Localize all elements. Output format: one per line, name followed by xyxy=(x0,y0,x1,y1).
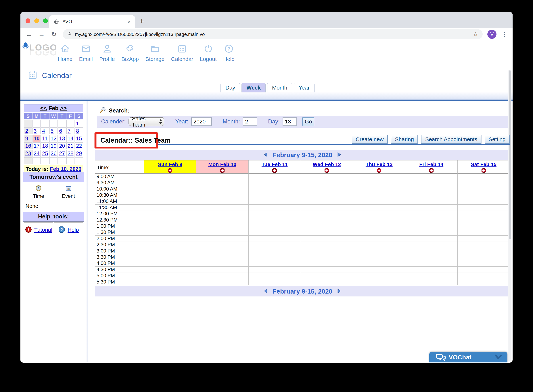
time-slot-cell[interactable] xyxy=(196,273,248,279)
tab-close-icon[interactable]: × xyxy=(127,19,131,25)
nav-item-logout[interactable]: Logout xyxy=(200,44,217,62)
add-appointment-icon[interactable] xyxy=(220,168,225,173)
time-slot-cell[interactable] xyxy=(144,173,196,180)
prev-month-link[interactable]: << xyxy=(40,105,47,111)
time-slot-cell[interactable] xyxy=(249,254,301,260)
date-link[interactable]: 16 xyxy=(25,143,31,149)
scrollbar-thumb[interactable] xyxy=(509,70,511,239)
time-slot-cell[interactable] xyxy=(353,236,405,242)
date-link[interactable]: 11 xyxy=(42,135,48,141)
time-slot-cell[interactable] xyxy=(353,266,405,273)
time-slot-cell[interactable] xyxy=(249,217,301,223)
setting-button[interactable]: Setting xyxy=(485,135,510,144)
time-slot-cell[interactable] xyxy=(353,223,405,229)
new-tab-button[interactable]: + xyxy=(139,17,144,25)
nav-item-profile[interactable]: Profile xyxy=(99,44,115,62)
time-slot-cell[interactable] xyxy=(301,180,353,186)
time-slot-cell[interactable] xyxy=(405,254,457,260)
time-slot-cell[interactable] xyxy=(405,186,457,192)
date-link[interactable]: 13 xyxy=(59,135,65,141)
date-link[interactable]: 5 xyxy=(51,128,53,134)
time-slot-cell[interactable] xyxy=(196,205,248,211)
time-slot-cell[interactable] xyxy=(458,223,510,229)
time-slot-cell[interactable] xyxy=(458,173,510,180)
add-appointment-icon[interactable] xyxy=(376,168,382,173)
time-slot-cell[interactable] xyxy=(249,192,301,198)
profile-avatar[interactable]: V xyxy=(487,30,496,39)
time-slot-cell[interactable] xyxy=(144,248,196,254)
time-slot-cell[interactable] xyxy=(405,279,457,285)
time-slot-cell[interactable] xyxy=(301,236,353,242)
date-link[interactable]: 9 xyxy=(25,135,28,141)
time-slot-cell[interactable] xyxy=(196,180,248,186)
bookmark-star-icon[interactable]: ☆ xyxy=(473,31,478,38)
time-slot-cell[interactable] xyxy=(405,266,457,273)
time-slot-cell[interactable] xyxy=(196,229,248,236)
date-link[interactable]: 26 xyxy=(51,150,56,156)
time-slot-cell[interactable] xyxy=(405,192,457,198)
time-slot-cell[interactable] xyxy=(353,192,405,198)
time-slot-cell[interactable] xyxy=(353,242,405,248)
time-slot-cell[interactable] xyxy=(249,266,301,273)
time-slot-cell[interactable] xyxy=(196,266,248,273)
month-input[interactable] xyxy=(243,117,257,126)
time-slot-cell[interactable] xyxy=(249,248,301,254)
vochat-button[interactable]: VOChat xyxy=(429,352,507,363)
date-link[interactable]: 2 xyxy=(25,128,28,134)
time-slot-cell[interactable] xyxy=(458,279,510,285)
reload-icon[interactable]: ↻ xyxy=(51,30,57,38)
calendar-select[interactable]: Sales Team xyxy=(128,117,164,126)
time-slot-cell[interactable] xyxy=(405,260,457,266)
time-slot-cell[interactable] xyxy=(249,236,301,242)
date-link[interactable]: 23 xyxy=(25,150,31,156)
back-icon[interactable]: ← xyxy=(26,30,32,38)
time-slot-cell[interactable] xyxy=(301,248,353,254)
time-slot-cell[interactable] xyxy=(353,186,405,192)
time-slot-cell[interactable] xyxy=(301,242,353,248)
time-slot-cell[interactable] xyxy=(458,180,510,186)
time-slot-cell[interactable] xyxy=(144,180,196,186)
day-link[interactable]: Sun Feb 9 xyxy=(158,162,182,167)
time-slot-cell[interactable] xyxy=(301,273,353,279)
nav-item-bizapp[interactable]: BizApp xyxy=(121,44,139,62)
maximize-window-icon[interactable] xyxy=(43,19,48,23)
time-slot-cell[interactable] xyxy=(144,236,196,242)
time-slot-cell[interactable] xyxy=(458,217,510,223)
time-slot-cell[interactable] xyxy=(144,266,196,273)
next-month-link[interactable]: >> xyxy=(60,105,67,111)
time-slot-cell[interactable] xyxy=(196,279,248,285)
time-slot-cell[interactable] xyxy=(405,242,457,248)
prev-week-icon[interactable] xyxy=(263,288,268,294)
time-slot-cell[interactable] xyxy=(249,260,301,266)
time-slot-cell[interactable] xyxy=(353,229,405,236)
time-slot-cell[interactable] xyxy=(301,198,353,205)
forward-icon[interactable]: → xyxy=(38,30,45,38)
time-slot-cell[interactable] xyxy=(301,279,353,285)
date-link[interactable]: 24 xyxy=(33,150,39,156)
time-slot-cell[interactable] xyxy=(405,205,457,211)
go-button[interactable]: Go xyxy=(302,117,314,126)
day-link[interactable]: Tue Feb 11 xyxy=(262,162,288,167)
time-slot-cell[interactable] xyxy=(301,260,353,266)
time-slot-cell[interactable] xyxy=(353,180,405,186)
time-slot-cell[interactable] xyxy=(458,211,510,217)
time-slot-cell[interactable] xyxy=(249,205,301,211)
time-slot-cell[interactable] xyxy=(458,198,510,205)
time-slot-cell[interactable] xyxy=(353,248,405,254)
sharing-button[interactable]: Sharing xyxy=(391,135,418,144)
time-slot-cell[interactable] xyxy=(458,273,510,279)
time-slot-cell[interactable] xyxy=(301,205,353,211)
time-slot-cell[interactable] xyxy=(353,260,405,266)
add-appointment-icon[interactable] xyxy=(429,168,434,173)
next-week-icon[interactable] xyxy=(337,152,342,158)
url-bar[interactable]: my.agnx.com/-/vo/SID600302257jkbovllgzn1… xyxy=(63,29,483,39)
time-slot-cell[interactable] xyxy=(301,173,353,180)
time-slot-cell[interactable] xyxy=(144,186,196,192)
search-appointments-button[interactable]: Search Appointments xyxy=(421,135,481,144)
today-link[interactable]: Feb 10, 2020 xyxy=(50,166,81,172)
tutorial-link[interactable]: Tutorial xyxy=(34,227,52,233)
time-slot-cell[interactable] xyxy=(249,229,301,236)
time-slot-cell[interactable] xyxy=(196,173,248,180)
day-input[interactable] xyxy=(283,117,297,126)
time-slot-cell[interactable] xyxy=(144,273,196,279)
